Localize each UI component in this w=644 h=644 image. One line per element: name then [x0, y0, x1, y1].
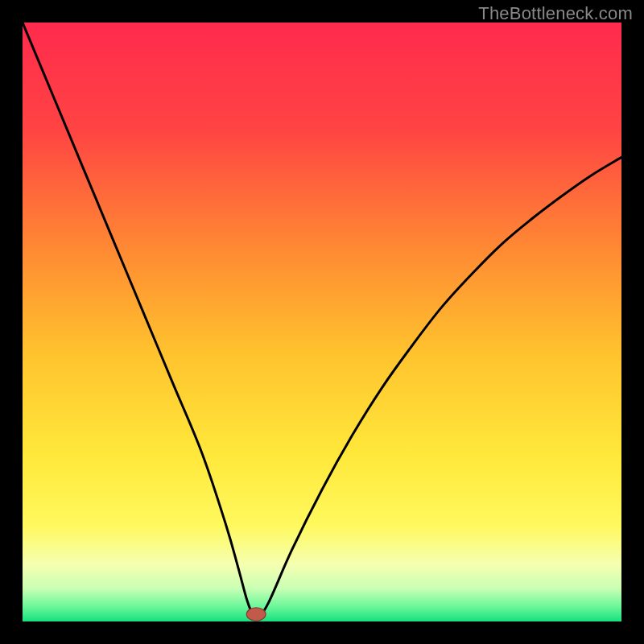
plot-area: [23, 23, 621, 621]
optimal-marker: [246, 608, 266, 621]
watermark-text: TheBottleneck.com: [478, 3, 633, 24]
chart-svg: [23, 23, 621, 621]
chart-frame: TheBottleneck.com: [0, 0, 644, 644]
gradient-background: [23, 23, 621, 621]
